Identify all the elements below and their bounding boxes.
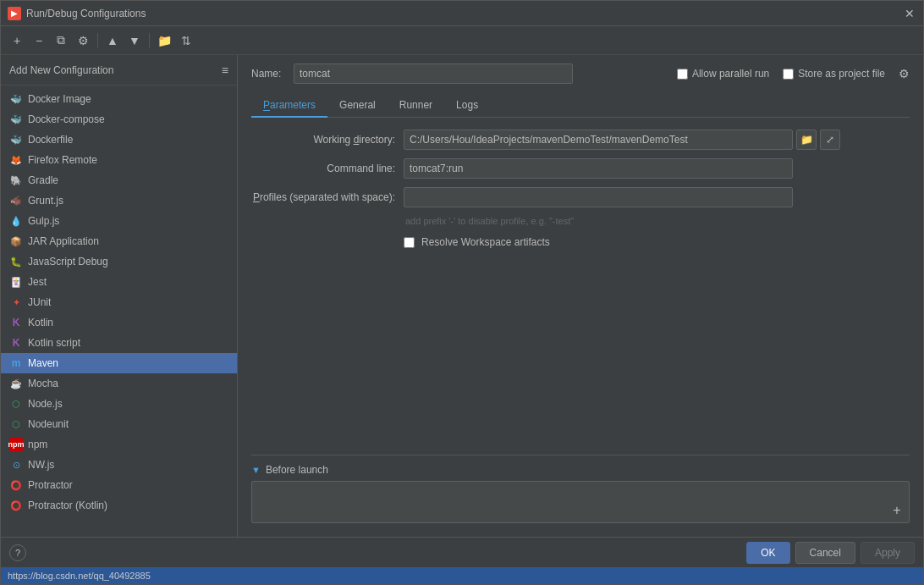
store-as-project-label[interactable]: Store as project file xyxy=(783,68,885,80)
apply-button[interactable]: Apply xyxy=(861,542,915,564)
command-line-input-group xyxy=(404,158,910,179)
sidebar-item-gulp-js[interactable]: 💧 Gulp.js xyxy=(1,211,237,231)
settings-button[interactable]: ⚙ xyxy=(74,31,92,50)
nwjs-icon: ⊙ xyxy=(9,458,23,472)
store-settings-gear-icon[interactable]: ⚙ xyxy=(899,67,910,80)
working-directory-expand-btn[interactable]: ⤢ xyxy=(820,130,840,150)
name-input[interactable] xyxy=(294,63,573,84)
sidebar-item-docker-image[interactable]: 🐳 Docker Image xyxy=(1,89,237,109)
close-button[interactable]: ✕ xyxy=(903,7,916,20)
sidebar-item-nodejs[interactable]: ⬡ Node.js xyxy=(1,394,237,414)
working-directory-input[interactable] xyxy=(404,130,793,150)
sidebar-item-label: Maven xyxy=(28,357,58,369)
sidebar-item-label: Protractor (Kotlin) xyxy=(28,499,107,511)
profiles-row: Profiles (separated with space): xyxy=(251,187,910,207)
command-line-input[interactable] xyxy=(404,158,793,179)
name-row: Name: Allow parallel run Store as projec… xyxy=(251,63,910,84)
allow-parallel-checkbox[interactable] xyxy=(677,69,688,80)
before-launch-label: Before launch xyxy=(266,464,328,476)
sidebar-item-gradle[interactable]: 🐘 Gradle xyxy=(1,170,237,190)
sidebar-item-label: Grunt.js xyxy=(28,195,63,207)
allow-parallel-label[interactable]: Allow parallel run xyxy=(677,68,769,80)
kotlin-icon: K xyxy=(9,316,23,329)
form-section: Working directory: 📁 ⤢ Command line: xyxy=(251,130,910,455)
folder-button[interactable]: 📁 xyxy=(155,31,173,50)
sidebar-item-docker-compose[interactable]: 🐳 Docker-compose xyxy=(1,109,237,130)
resolve-workspace-label[interactable]: Resolve Workspace artifacts xyxy=(421,236,550,248)
sidebar-item-label: Node.js xyxy=(28,398,63,410)
kotlin-script-icon: K xyxy=(9,336,23,350)
tab-parameters[interactable]: Parameters xyxy=(251,94,327,118)
tab-logs[interactable]: Logs xyxy=(444,94,490,118)
left-panel: Add New Configuration ≡ 🐳 Docker Image 🐳… xyxy=(1,55,238,537)
sidebar-item-mocha[interactable]: ☕ Mocha xyxy=(1,373,237,394)
sidebar-item-label: Nodeunit xyxy=(28,418,69,430)
sidebar-item-javascript-debug[interactable]: 🐛 JavaScript Debug xyxy=(1,251,237,272)
resolve-workspace-checkbox[interactable] xyxy=(404,237,415,248)
junit-icon: ✦ xyxy=(9,295,23,309)
before-launch-header: ▼ Before launch xyxy=(251,464,910,476)
sidebar-item-label: JavaScript Debug xyxy=(28,256,108,268)
command-line-row: Command line: xyxy=(251,158,910,179)
left-panel-list: 🐳 Docker Image 🐳 Docker-compose 🐳 Docker… xyxy=(1,86,237,537)
name-label: Name: xyxy=(251,68,285,80)
sidebar-item-grunt-js[interactable]: 🐗 Grunt.js xyxy=(1,190,237,211)
store-as-project-checkbox[interactable] xyxy=(783,69,794,80)
sidebar-item-kotlin-script[interactable]: K Kotlin script xyxy=(1,333,237,353)
status-bar: https://blog.csdn.net/qq_40492885 xyxy=(1,567,923,584)
name-options: Allow parallel run Store as project file… xyxy=(677,67,910,80)
sidebar-item-dockerfile[interactable]: 🐳 Dockerfile xyxy=(1,130,237,150)
jar-icon: 📦 xyxy=(9,235,23,248)
mocha-icon: ☕ xyxy=(9,377,23,390)
command-line-label: Command line: xyxy=(251,163,395,174)
profiles-label: Profiles (separated with space): xyxy=(251,191,395,203)
profiles-input[interactable] xyxy=(404,187,793,207)
sidebar-item-protractor[interactable]: ⭕ Protractor xyxy=(1,475,237,495)
move-up-button[interactable]: ▲ xyxy=(103,31,122,50)
maven-icon: m xyxy=(9,356,23,370)
sidebar-item-label: Kotlin xyxy=(28,317,53,328)
sidebar-item-label: Jest xyxy=(28,276,47,288)
sort-button[interactable]: ⇅ xyxy=(177,31,195,50)
profiles-input-group xyxy=(404,187,910,207)
remove-config-button[interactable]: − xyxy=(30,31,48,50)
sidebar-item-protractor-kotlin[interactable]: ⭕ Protractor (Kotlin) xyxy=(1,495,237,516)
sidebar-item-npm[interactable]: npm npm xyxy=(1,434,237,455)
before-launch-toggle[interactable]: ▼ xyxy=(251,465,261,475)
tab-general[interactable]: General xyxy=(327,94,388,118)
toolbar: + − ⧉ ⚙ ▲ ▼ 📁 ⇅ xyxy=(1,26,923,55)
sidebar-item-jest[interactable]: 🃏 Jest xyxy=(1,272,237,292)
gulp-icon: 💧 xyxy=(9,214,23,228)
sidebar-item-kotlin[interactable]: K Kotlin xyxy=(1,312,237,333)
docker-image-icon: 🐳 xyxy=(9,92,23,106)
title-bar-left: ▶ Run/Debug Configurations xyxy=(8,7,146,20)
title-bar: ▶ Run/Debug Configurations ✕ xyxy=(1,1,923,26)
sidebar-item-nwjs[interactable]: ⊙ NW.js xyxy=(1,455,237,475)
sidebar-item-label: Mocha xyxy=(28,378,58,389)
sidebar-item-maven[interactable]: m Maven xyxy=(1,353,237,373)
profiles-hint: add prefix '-' to disable profile, e.g. … xyxy=(251,216,910,226)
sidebar-item-jar-application[interactable]: 📦 JAR Application xyxy=(1,231,237,251)
tab-runner[interactable]: Runner xyxy=(388,94,444,118)
gradle-icon: 🐘 xyxy=(9,174,23,187)
working-directory-input-group: 📁 ⤢ xyxy=(404,130,910,150)
add-config-button[interactable]: + xyxy=(8,31,26,50)
before-launch-add-button[interactable]: + xyxy=(888,502,905,519)
copy-config-button[interactable]: ⧉ xyxy=(52,31,70,50)
sidebar-item-label: Kotlin script xyxy=(28,337,80,349)
sidebar-item-junit[interactable]: ✦ JUnit xyxy=(1,292,237,312)
protractor-icon: ⭕ xyxy=(9,478,23,492)
sidebar-item-nodeunit[interactable]: ⬡ Nodeunit xyxy=(1,414,237,434)
move-down-button[interactable]: ▼ xyxy=(125,31,144,50)
left-panel-menu-icon[interactable]: ≡ xyxy=(222,63,228,77)
sidebar-item-label: Docker-compose xyxy=(28,113,105,125)
cancel-button[interactable]: Cancel xyxy=(795,542,855,564)
firefox-icon: 🦊 xyxy=(9,153,23,167)
resolve-workspace-row: Resolve Workspace artifacts xyxy=(251,236,910,248)
ok-button[interactable]: OK xyxy=(746,542,789,564)
working-directory-folder-btn[interactable]: 📁 xyxy=(796,130,817,150)
sidebar-item-label: NW.js xyxy=(28,459,54,471)
help-button[interactable]: ? xyxy=(9,544,26,561)
sidebar-item-firefox-remote[interactable]: 🦊 Firefox Remote xyxy=(1,150,237,170)
working-directory-label: Working directory: xyxy=(251,134,395,146)
